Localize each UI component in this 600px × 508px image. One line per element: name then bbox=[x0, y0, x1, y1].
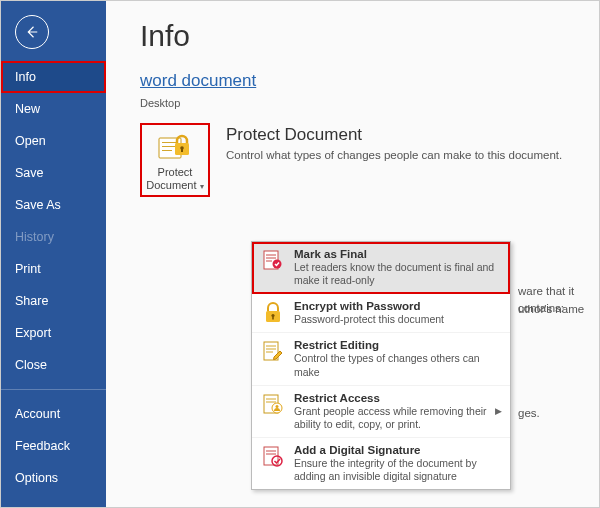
nav-feedback[interactable]: Feedback bbox=[1, 430, 106, 462]
nav-save-as[interactable]: Save As bbox=[1, 189, 106, 221]
menu-item-title: Restrict Access bbox=[294, 392, 487, 404]
nav-divider bbox=[1, 389, 106, 390]
protect-button-label: Protect Document ▾ bbox=[145, 166, 205, 192]
document-title[interactable]: word document bbox=[140, 71, 599, 91]
restrict-access-icon bbox=[260, 392, 286, 418]
nav-new[interactable]: New bbox=[1, 93, 106, 125]
inspect-fragment-2: uthor's name bbox=[518, 301, 584, 318]
svg-rect-6 bbox=[181, 149, 183, 152]
shield-lock-icon bbox=[157, 130, 193, 162]
menu-item-title: Add a Digital Signature bbox=[294, 444, 502, 456]
menu-item-desc: Ensure the integrity of the document by … bbox=[294, 457, 502, 483]
protect-section: Protect Document ▾ Protect Document Cont… bbox=[140, 123, 599, 197]
protect-dropdown: Mark as FinalLet readers know the docume… bbox=[251, 241, 511, 490]
back-button[interactable] bbox=[15, 15, 49, 49]
protect-heading: Protect Document bbox=[226, 125, 562, 145]
protect-desc-text: Control what types of changes people can… bbox=[226, 149, 562, 161]
menu-encrypt-with-password[interactable]: Encrypt with PasswordPassword-protect th… bbox=[252, 294, 510, 333]
lock-icon bbox=[260, 300, 286, 326]
nav-share[interactable]: Share bbox=[1, 285, 106, 317]
signature-icon bbox=[260, 444, 286, 470]
versions-fragment: ges. bbox=[518, 405, 540, 422]
menu-add-a-digital-signature[interactable]: Add a Digital SignatureEnsure the integr… bbox=[252, 438, 510, 489]
menu-item-desc: Grant people access while removing their… bbox=[294, 405, 487, 431]
nav-open[interactable]: Open bbox=[1, 125, 106, 157]
final-icon bbox=[260, 248, 286, 274]
protect-description: Protect Document Control what types of c… bbox=[226, 123, 562, 161]
menu-item-title: Mark as Final bbox=[294, 248, 502, 260]
chevron-right-icon: ▶ bbox=[495, 406, 502, 416]
menu-item-desc: Control the types of changes others can … bbox=[294, 352, 502, 378]
nav-save[interactable]: Save bbox=[1, 157, 106, 189]
document-location: Desktop bbox=[140, 97, 599, 109]
nav-account[interactable]: Account bbox=[1, 398, 106, 430]
page-title: Info bbox=[140, 19, 599, 53]
nav-info[interactable]: Info bbox=[1, 61, 106, 93]
arrow-left-icon bbox=[23, 23, 41, 41]
svg-rect-1 bbox=[162, 142, 178, 143]
nav-history: History bbox=[1, 221, 106, 253]
word-backstage: InfoNewOpenSaveSave AsHistoryPrintShareE… bbox=[0, 0, 600, 508]
menu-item-desc: Password-protect this document bbox=[294, 313, 444, 326]
menu-item-title: Encrypt with Password bbox=[294, 300, 444, 312]
nav-close[interactable]: Close bbox=[1, 349, 106, 381]
menu-item-title: Restrict Editing bbox=[294, 339, 502, 351]
main-pane: Info word document Desktop Protect Docum… bbox=[106, 1, 599, 507]
menu-restrict-access[interactable]: Restrict AccessGrant people access while… bbox=[252, 386, 510, 438]
chevron-down-icon: ▾ bbox=[197, 182, 203, 191]
protect-document-button[interactable]: Protect Document ▾ bbox=[140, 123, 210, 197]
svg-rect-11 bbox=[272, 317, 274, 320]
backstage-sidebar: InfoNewOpenSaveSave AsHistoryPrintShareE… bbox=[1, 1, 106, 507]
svg-point-15 bbox=[276, 405, 279, 408]
menu-restrict-editing[interactable]: Restrict EditingControl the types of cha… bbox=[252, 333, 510, 385]
svg-rect-3 bbox=[162, 150, 172, 151]
menu-item-desc: Let readers know the document is final a… bbox=[294, 261, 502, 287]
nav-print[interactable]: Print bbox=[1, 253, 106, 285]
nav-options[interactable]: Options bbox=[1, 462, 106, 494]
restrict-edit-icon bbox=[260, 339, 286, 365]
menu-mark-as-final[interactable]: Mark as FinalLet readers know the docume… bbox=[252, 242, 510, 294]
nav-export[interactable]: Export bbox=[1, 317, 106, 349]
